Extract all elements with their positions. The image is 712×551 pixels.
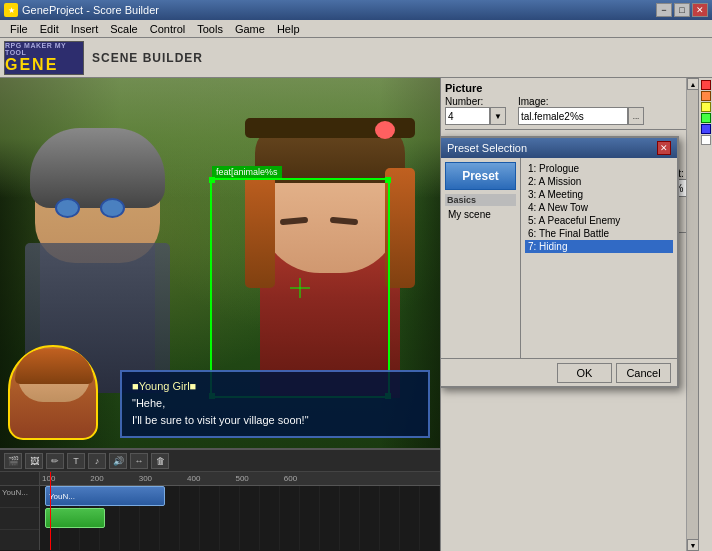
app-icon: ★ (4, 3, 18, 17)
image-label: Image: (518, 96, 644, 107)
dialog-text: "Hehe,I'll be sure to visit your village… (132, 395, 418, 428)
preset-item-3[interactable]: 3: A Meeting (525, 188, 673, 201)
left-panel: feat[animale%s ■Young Girl■ "Hehe,I'll b… (0, 78, 440, 551)
menu-help[interactable]: Help (271, 22, 306, 36)
tl-icon-image[interactable]: 🖼 (25, 453, 43, 469)
preset-item-5[interactable]: 5: A Peaceful Enemy (525, 214, 673, 227)
menu-scale[interactable]: Scale (104, 22, 144, 36)
titlebar-left: ★ GeneProject - Score Builder (4, 3, 159, 17)
logo-subtitle: RPG MAKER MY TOOL (5, 42, 83, 56)
character-right (240, 113, 420, 398)
dialog-character-name: ■Young Girl■ (132, 380, 418, 392)
track-labels: YouN... (0, 472, 40, 550)
timeline-toolbar: 🎬 🖼 ✏ T ♪ 🔊 ↔ 🗑 (0, 450, 440, 472)
app-logo: RPG MAKER MY TOOL GENE (4, 41, 84, 75)
menu-tools[interactable]: Tools (191, 22, 229, 36)
main-area: feat[animale%s ■Young Girl■ "Hehe,I'll b… (0, 78, 712, 551)
preset-item-6[interactable]: 6: The Final Battle (525, 227, 673, 240)
number-input[interactable] (445, 107, 490, 125)
maximize-button[interactable]: □ (674, 3, 690, 17)
number-label: Number: (445, 96, 506, 107)
preset-content: Preset Basics My scene 1: Prologue 2: A … (441, 158, 677, 358)
character-small (8, 345, 98, 440)
preset-close-button[interactable]: ✕ (657, 141, 671, 155)
preset-dialog-footer: OK Cancel (441, 358, 677, 386)
track-area[interactable]: 100 200 300 400 500 600 YouN... (40, 472, 440, 550)
color-green[interactable] (701, 113, 711, 123)
image-input[interactable] (518, 107, 628, 125)
preset-dialog: Preset Selection ✕ Preset Basics My scen… (440, 136, 679, 388)
picture-row: Number: ▼ Image: ... (445, 96, 708, 125)
image-dropdown-btn[interactable]: ... (628, 107, 644, 125)
preset-item-4[interactable]: 4: A New Tow (525, 201, 673, 214)
titlebar-title: GeneProject - Score Builder (22, 4, 159, 16)
dialog-box: ■Young Girl■ "Hehe,I'll be sure to visit… (120, 370, 430, 438)
tl-icon-scene[interactable]: 🎬 (4, 453, 22, 469)
ok-button[interactable]: OK (557, 363, 612, 383)
category-basics: Basics (445, 194, 516, 206)
toolbar-title: SCENE BUILDER (92, 51, 203, 65)
timeline-area: 🎬 🖼 ✏ T ♪ 🔊 ↔ 🗑 YouN... (0, 448, 440, 551)
divider-1 (445, 129, 708, 130)
color-yellow[interactable] (701, 102, 711, 112)
minimize-button[interactable]: − (656, 3, 672, 17)
menu-edit[interactable]: Edit (34, 22, 65, 36)
scene-canvas[interactable]: feat[animale%s ■Young Girl■ "Hehe,I'll b… (0, 78, 440, 448)
preset-dialog-title: Preset Selection (447, 142, 527, 154)
toolbar: RPG MAKER MY TOOL GENE SCENE BUILDER (0, 38, 712, 78)
tl-icon-delete[interactable]: 🗑 (151, 453, 169, 469)
preset-titlebar: Preset Selection ✕ (441, 138, 677, 158)
timeline-ruler: 100 200 300 400 500 600 (40, 472, 440, 486)
color-red[interactable] (701, 80, 711, 90)
panel-scrollbar: ▲ ▼ (686, 78, 698, 551)
color-swatches (698, 78, 712, 551)
tl-icon-sound[interactable]: 🔊 (109, 453, 127, 469)
scroll-up-btn[interactable]: ▲ (687, 78, 699, 90)
tl-icon-text[interactable]: T (67, 453, 85, 469)
color-orange[interactable] (701, 91, 711, 101)
preset-left-panel: Preset Basics My scene (441, 158, 521, 358)
menu-file[interactable]: File (4, 22, 34, 36)
preset-item-2[interactable]: 2: A Mission (525, 175, 673, 188)
tl-icon-music[interactable]: ♪ (88, 453, 106, 469)
menu-game[interactable]: Game (229, 22, 271, 36)
preset-dialog-container: Preset Selection ✕ Preset Basics My scen… (440, 136, 679, 388)
preset-item-7[interactable]: 7: Hiding (525, 240, 673, 253)
preset-item-1[interactable]: 1: Prologue (525, 162, 673, 175)
color-white[interactable] (701, 135, 711, 145)
track-clip-2[interactable] (45, 508, 105, 528)
preset-button[interactable]: Preset (445, 162, 516, 190)
number-dropdown-btn[interactable]: ▼ (490, 107, 506, 125)
right-panel: Picture Number: ▼ Image: ... (440, 78, 712, 551)
picture-section: Picture Number: ▼ Image: ... (445, 82, 708, 125)
cancel-button[interactable]: Cancel (616, 363, 671, 383)
menu-control[interactable]: Control (144, 22, 191, 36)
titlebar-buttons[interactable]: − □ ✕ (656, 3, 708, 17)
logo-name: GENE (5, 56, 83, 74)
menubar: File Edit Insert Scale Control Tools Gam… (0, 20, 712, 38)
scene-canvas-container: feat[animale%s ■Young Girl■ "Hehe,I'll b… (0, 78, 440, 551)
category-my-scene[interactable]: My scene (445, 208, 516, 221)
timeline-tracks: YouN... 100 200 300 400 500 600 (0, 472, 440, 550)
tl-icon-draw[interactable]: ✏ (46, 453, 64, 469)
menu-insert[interactable]: Insert (65, 22, 105, 36)
tl-icon-move[interactable]: ↔ (130, 453, 148, 469)
picture-title: Picture (445, 82, 708, 94)
color-blue[interactable] (701, 124, 711, 134)
preset-right-panel: 1: Prologue 2: A Mission 3: A Meeting 4:… (521, 158, 677, 358)
close-button[interactable]: ✕ (692, 3, 708, 17)
scroll-down-btn[interactable]: ▼ (687, 539, 699, 551)
titlebar: ★ GeneProject - Score Builder − □ ✕ (0, 0, 712, 20)
track-clip-1[interactable]: YouN... (45, 486, 165, 506)
scroll-track (687, 90, 698, 539)
